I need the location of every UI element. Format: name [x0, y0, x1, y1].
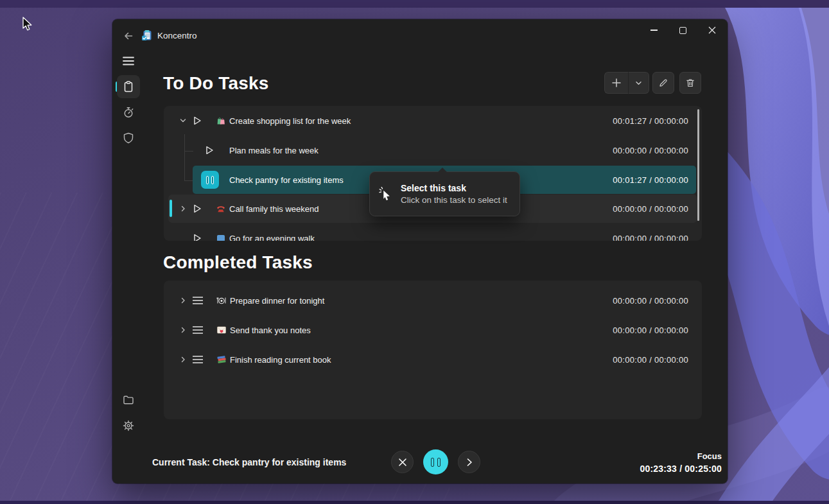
chevron-right-icon[interactable] [179, 205, 187, 213]
add-task-button[interactable] [604, 72, 628, 94]
chevron-right-icon [466, 458, 473, 467]
close-icon [708, 26, 716, 34]
select-task-tooltip: Select this task Click on this task to s… [369, 171, 520, 216]
pause-timer-button[interactable] [423, 449, 448, 474]
sidebar-item-settings[interactable] [117, 414, 140, 437]
chevron-right-icon[interactable] [179, 326, 187, 334]
next-task-button[interactable] [458, 451, 480, 473]
shopping-bags-emoji [216, 116, 226, 126]
drag-handle-icon[interactable] [192, 296, 204, 305]
task-time: 00:00:00 / 00:00:00 [613, 296, 688, 306]
shield-icon [122, 132, 135, 144]
task-title: Create shopping list for the week [229, 116, 351, 126]
plate-with-cutlery-emoji [216, 295, 227, 306]
folder-icon [122, 394, 135, 406]
menu-icon [123, 56, 134, 65]
completed-heading: Completed Tasks [163, 252, 313, 273]
task-title: Prepare dinner for tonight [230, 296, 324, 306]
maximize-button[interactable] [668, 19, 697, 41]
minimize-icon [650, 30, 658, 31]
drag-handle-icon[interactable] [192, 355, 204, 364]
task-row-create-shopping-list[interactable]: Create shopping list for the week 00:01:… [164, 106, 702, 135]
session-mode-label: Focus [697, 451, 722, 461]
blue-emoji [216, 233, 226, 241]
sidebar-item-timer[interactable] [117, 101, 140, 124]
task-time: 00:00:00 / 00:00:00 [613, 234, 688, 241]
close-button[interactable] [697, 19, 726, 41]
sidebar-item-tasks[interactable] [117, 75, 140, 98]
current-task-label: Current Task: Check pantry for existing … [152, 457, 346, 467]
task-title: Send thank you notes [230, 326, 311, 335]
subtask-tree-branch [184, 180, 193, 181]
pause-icon [211, 176, 214, 184]
current-task-accent-bar [170, 200, 172, 217]
drag-handle-icon[interactable] [192, 326, 204, 335]
task-title: Call family this weekend [229, 204, 319, 214]
sidebar-item-shield[interactable] [117, 126, 140, 150]
subtask-tree-line [184, 134, 185, 180]
sidebar-menu-button[interactable] [117, 49, 140, 73]
window-controls [640, 19, 726, 41]
timer-icon [122, 106, 135, 119]
stop-task-button[interactable] [391, 451, 414, 473]
sidebar-item-folder[interactable] [117, 388, 140, 412]
task-time: 00:00:00 / 00:00:00 [613, 204, 688, 214]
task-time: 00:01:27 / 00:00:00 [613, 175, 688, 185]
love-letter-emoji [216, 325, 227, 335]
completed-row-prepare-dinner[interactable]: Prepare dinner for tonight 00:00:00 / 00… [164, 286, 702, 315]
task-title: Go for an evening walk [229, 234, 315, 241]
task-title: Finish reading current book [230, 355, 331, 365]
task-time: 00:00:00 / 00:00:00 [613, 146, 688, 155]
task-time: 00:01:27 / 00:00:00 [613, 116, 688, 126]
back-button[interactable] [122, 30, 135, 42]
red-telephone-emoji [216, 204, 226, 214]
todo-heading: To Do Tasks [163, 73, 269, 94]
tooltip-title: Select this task [401, 183, 507, 193]
task-row-clipped[interactable]: Go for an evening walk 00:00:00 / 00:00:… [164, 223, 702, 241]
maximize-icon [679, 27, 686, 34]
wallpaper-top-strip [0, 0, 829, 8]
task-row-plan-meals[interactable]: Plan meals for the week 00:00:00 / 00:00… [193, 135, 696, 165]
pause-icon [437, 458, 441, 467]
tasks-clipboard-icon [122, 80, 135, 93]
pause-task-button[interactable] [201, 171, 219, 189]
settings-gear-icon [122, 419, 135, 432]
completed-row-thank-you-notes[interactable]: Send thank you notes 00:00:00 / 00:00:00 [164, 315, 702, 345]
play-task-button[interactable] [191, 203, 203, 214]
task-title: Plan meals for the week [229, 146, 319, 155]
close-icon [398, 458, 407, 467]
chevron-right-icon[interactable] [179, 356, 187, 363]
play-task-button[interactable] [191, 232, 203, 241]
chevron-down-icon[interactable] [179, 117, 187, 125]
plus-icon [611, 78, 622, 88]
completed-row-finish-book[interactable]: Finish reading current book 00:00:00 / 0… [164, 345, 702, 374]
add-task-options-button[interactable] [628, 72, 649, 94]
cursor-click-icon [379, 186, 393, 202]
delete-task-button[interactable] [679, 72, 701, 94]
session-timer: 00:23:33 / 00:25:00 [640, 464, 722, 474]
pencil-icon [658, 78, 668, 88]
minimize-button[interactable] [640, 19, 668, 41]
play-task-button[interactable] [191, 115, 203, 126]
trash-icon [685, 78, 695, 88]
chevron-right-icon[interactable] [179, 297, 187, 304]
completed-task-list: Prepare dinner for tonight 00:00:00 / 00… [164, 281, 702, 419]
mouse-cursor [22, 17, 33, 31]
scrollbar-thumb[interactable] [697, 109, 699, 221]
task-title: Check pantry for existing items [229, 175, 344, 185]
app-window: Koncentro [112, 19, 728, 483]
pause-icon [431, 458, 434, 467]
app-logo-icon [141, 30, 153, 41]
chevron-down-icon [635, 80, 642, 87]
pause-icon [206, 176, 209, 184]
back-arrow-icon [122, 30, 135, 42]
edit-task-button[interactable] [652, 72, 674, 94]
play-task-button[interactable] [204, 144, 215, 156]
task-time: 00:00:00 / 00:00:00 [613, 355, 688, 365]
books-emoji [216, 354, 227, 365]
wallpaper-bottom-strip [0, 501, 829, 504]
tooltip-body: Click on this task to select it [401, 195, 507, 205]
subtask-tree-branch [184, 151, 193, 152]
task-time: 00:00:00 / 00:00:00 [613, 326, 688, 335]
window-title: Koncentro [157, 31, 197, 40]
